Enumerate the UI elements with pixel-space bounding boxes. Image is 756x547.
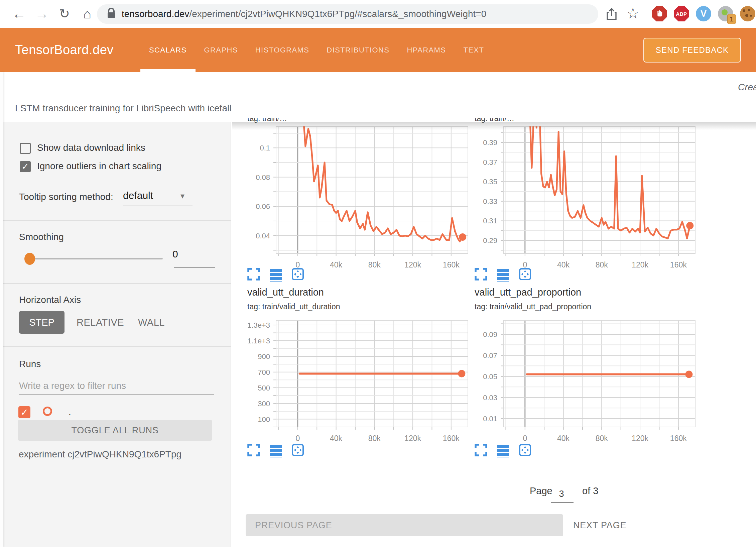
x-tick-label: 120k [404, 260, 421, 269]
scalar-line-chart[interactable]: 0.040.060.080.1040k80k120k160k [239, 124, 472, 270]
fit-domain-to-data-icon[interactable] [518, 443, 532, 459]
session-extension-icon[interactable]: 1 [718, 6, 733, 21]
x-tick-label: 160k [443, 434, 460, 443]
x-tick-label: 120k [632, 434, 648, 443]
tooltip-sorting-select[interactable]: default [123, 190, 153, 201]
experiment-title: LSTM transducer training for LibriSpeech… [15, 103, 231, 114]
x-tick-label: 80k [368, 260, 381, 269]
chart-toolbar [474, 443, 532, 459]
bookmark-star-icon[interactable]: ☆ [626, 5, 639, 22]
fit-domain-to-data-icon[interactable] [518, 267, 532, 283]
previous-page-button[interactable]: PREVIOUS PAGE [246, 514, 563, 536]
axis-relative-button[interactable]: RELATIVE [77, 317, 124, 328]
chart-toolbar [246, 267, 305, 283]
tab-scalars[interactable]: SCALARS [140, 28, 196, 72]
send-feedback-button[interactable]: SEND FEEDBACK [643, 38, 741, 63]
x-tick-label: 0 [295, 434, 300, 443]
run-checkbox[interactable]: ✓ [18, 406, 30, 418]
y-tick-label: 100 [258, 415, 270, 424]
show-download-links-checkbox[interactable] [20, 143, 31, 154]
expand-chart-icon[interactable] [474, 267, 488, 283]
x-tick-label: 40k [557, 260, 570, 269]
runs-regex-input[interactable]: Write a regex to filter runs [19, 380, 126, 391]
smoothing-value[interactable]: 0 [172, 248, 178, 260]
ignore-outliers-checkbox[interactable]: ✓ [20, 161, 31, 172]
x-tick-label: 40k [330, 434, 343, 443]
forward-icon[interactable]: → [32, 4, 51, 23]
y-tick-label: 0.29 [483, 236, 497, 245]
view-run-data-icon[interactable] [268, 443, 283, 459]
y-tick-label: 0.1 [260, 144, 270, 152]
horizontal-axis-label: Horizontal Axis [19, 295, 81, 305]
vimium-label: V [701, 9, 707, 19]
fit-domain-to-data-icon[interactable] [290, 443, 305, 459]
y-tick-label: 0.06 [256, 202, 270, 211]
share-icon[interactable] [604, 7, 619, 23]
tab-hparams[interactable]: HPARAMS [398, 28, 455, 72]
adblock-plus-extension-icon[interactable]: ABP [674, 6, 689, 21]
view-run-data-icon[interactable] [496, 267, 510, 283]
view-run-data-icon[interactable] [496, 443, 510, 459]
y-tick-label: 0.03 [483, 394, 497, 402]
browser-chrome: ← → ↻ ⌂ tensorboard.dev/experiment/cj2vt… [0, 0, 756, 28]
divider [0, 220, 231, 221]
cookie-extension-icon[interactable] [740, 6, 755, 21]
back-icon[interactable]: ← [9, 4, 29, 23]
tab-text[interactable]: TEXT [455, 28, 493, 72]
y-tick-label: 0.09 [483, 330, 497, 339]
y-tick-label: 0.33 [483, 197, 497, 206]
scalar-line-chart[interactable]: 0.290.310.330.350.370.39040k80k120k160k [466, 124, 699, 270]
axis-wall-button[interactable]: WALL [138, 317, 165, 328]
smoothing-value-underline [174, 267, 215, 268]
url-text: tensorboard.dev/experiment/cj2vtPiwQHKN9… [122, 9, 486, 19]
y-tick-label: 0.07 [483, 351, 497, 360]
run-color-swatch[interactable] [43, 407, 52, 416]
y-tick-label: 500 [258, 384, 270, 392]
x-tick-label: 120k [404, 434, 421, 443]
run-series-line [303, 119, 463, 241]
tab-distributions[interactable]: DISTRIBUTIONS [318, 28, 398, 72]
expand-chart-icon[interactable] [246, 443, 261, 459]
y-tick-label: 1.1e+3 [247, 337, 270, 345]
x-tick-label: 80k [596, 260, 608, 269]
green-dot [722, 9, 728, 15]
regex-input-underline [19, 395, 214, 395]
y-tick-label: 0.31 [483, 217, 497, 225]
tooltip-sorting-label: Tooltip sorting method: [19, 192, 113, 202]
expand-chart-icon[interactable] [474, 443, 488, 459]
tab-histograms[interactable]: HISTOGRAMS [247, 28, 318, 72]
vimium-extension-icon[interactable]: V [696, 6, 711, 21]
fit-domain-to-data-icon[interactable] [290, 267, 305, 283]
url-path: /experiment/cj2vtPiwQHKN9Q1tx6PTpg/#scal… [189, 9, 486, 19]
y-tick-label: 300 [258, 400, 270, 408]
y-tick-label: 1.3e+3 [247, 321, 270, 329]
scalar-line-chart[interactable]: 1003005007009001.1e+31.3e+3040k80k120k16… [239, 318, 472, 444]
view-run-data-icon[interactable] [268, 267, 283, 283]
scalar-line-chart[interactable]: 0.010.030.050.070.09040k80k120k160k [466, 318, 699, 444]
chevron-down-icon[interactable]: ▾ [180, 191, 184, 201]
experiment-run-group: experiment cj2vtPiwQHKN9Q1tx6PTpg [19, 449, 181, 460]
toggle-all-runs-button[interactable]: TOGGLE ALL RUNS [18, 420, 212, 441]
tensorboard-logo[interactable]: TensorBoard.dev [15, 28, 114, 72]
smoothing-slider-thumb[interactable] [24, 253, 35, 265]
extension-badge: 1 [727, 14, 736, 24]
address-bar[interactable]: tensorboard.dev/experiment/cj2vtPiwQHKN9… [97, 4, 598, 24]
stop-hand-extension-icon[interactable] [652, 6, 667, 21]
smoothing-slider-track[interactable] [30, 258, 163, 259]
divider [0, 283, 231, 284]
next-page-button[interactable]: NEXT PAGE [573, 514, 626, 536]
page-number-input[interactable]: 3 [551, 489, 572, 499]
y-tick-label: 0.05 [483, 372, 497, 381]
y-tick-label: 0.01 [483, 415, 497, 423]
divider [0, 346, 231, 347]
axis-step-button[interactable]: STEP [19, 311, 65, 334]
reload-icon[interactable]: ↻ [55, 4, 74, 23]
scroll-shadow [232, 122, 756, 130]
y-tick-label: 900 [258, 352, 270, 361]
x-tick-label: 0 [523, 434, 527, 443]
screen: ← → ↻ ⌂ tensorboard.dev/experiment/cj2vt… [0, 0, 756, 547]
home-icon[interactable]: ⌂ [78, 4, 97, 23]
expand-chart-icon[interactable] [246, 267, 261, 283]
tab-graphs[interactable]: GRAPHS [196, 28, 247, 72]
runs-label: Runs [19, 359, 41, 369]
